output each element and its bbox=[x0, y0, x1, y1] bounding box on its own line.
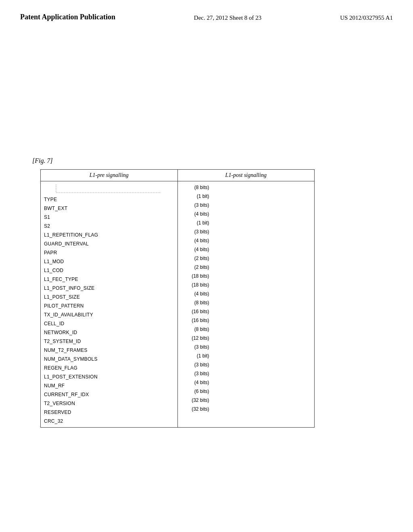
field-bits-label: (8 bits) bbox=[181, 185, 209, 190]
field-name-label: S1 bbox=[44, 214, 174, 220]
field-bits-label: (3 bits) bbox=[181, 344, 209, 350]
publication-title: Patent Application Publication bbox=[20, 12, 115, 22]
table-row-bits: (12 bits) bbox=[181, 334, 311, 343]
field-bits-label: (2 bits) bbox=[181, 264, 209, 270]
table-row: GUARD_INTERVAL bbox=[44, 239, 174, 248]
field-name-label: L1_POST_SIZE bbox=[44, 294, 174, 300]
table-row-bits: (8 bits) bbox=[181, 325, 311, 334]
field-bits-label: (12 bits) bbox=[181, 335, 209, 341]
column-header-row: L1-pre signalling L1-post signalling bbox=[41, 170, 314, 181]
table-row: TX_ID_AVAILABILITY bbox=[44, 310, 174, 319]
table-row-bits: (1 bit) bbox=[181, 218, 311, 227]
table-row-bits: (8 bits) bbox=[181, 183, 311, 192]
table-row-bits: (3 bits) bbox=[181, 343, 311, 351]
field-bits-label: (3 bits) bbox=[181, 362, 209, 368]
field-bits-label: (32 bits) bbox=[181, 397, 209, 403]
table-row: L1_COD bbox=[44, 266, 174, 275]
table-row: L1_POST_SIZE bbox=[44, 293, 174, 301]
field-name-label: T2_SYSTEM_ID bbox=[44, 339, 174, 344]
table-row-bits: (6 bits) bbox=[181, 387, 311, 396]
field-bits-label: (32 bits) bbox=[181, 406, 209, 412]
field-name-label: CURRENT_RF_IDX bbox=[44, 392, 174, 397]
table-row-bits: (3 bits) bbox=[181, 227, 311, 236]
table-row-bits: (32 bits) bbox=[181, 405, 311, 414]
field-bits-label: (18 bits) bbox=[181, 273, 209, 279]
field-bits-label: (4 bits) bbox=[181, 238, 209, 243]
field-name-label: PAPR bbox=[44, 250, 174, 256]
table-row-bits: (2 bits) bbox=[181, 263, 311, 272]
field-bits-label: (2 bits) bbox=[181, 256, 209, 261]
table-row-bits: (3 bits) bbox=[181, 360, 311, 369]
table-row: T2_VERSION bbox=[44, 399, 174, 408]
table-row-bits: (4 bits) bbox=[181, 245, 311, 254]
table-row-bits: (4 bits) bbox=[181, 236, 311, 245]
field-bits-label: (1 bit) bbox=[181, 353, 209, 359]
table-row-bits: (4 bits) bbox=[181, 378, 311, 387]
publication-date-sheet: Dec. 27, 2012 Sheet 8 of 23 bbox=[194, 12, 261, 22]
field-name-label: T2_VERSION bbox=[44, 401, 174, 406]
field-name-label: L1_FEC_TYPE bbox=[44, 276, 174, 282]
field-bits-label: (3 bits) bbox=[181, 371, 209, 376]
table-row: L1_POST_EXTENSION bbox=[44, 372, 174, 381]
table-row: L1_FEC_TYPE bbox=[44, 275, 174, 284]
table-row-bits: (4 bits) bbox=[181, 289, 311, 298]
field-name-label: REGEN_FLAG bbox=[44, 365, 174, 371]
table-row: NUM_T2_FRAMES bbox=[44, 346, 174, 355]
signalling-table: L1-pre signalling L1-post signalling TYP… bbox=[40, 169, 315, 428]
table-row-bits: (8 bits) bbox=[181, 298, 311, 307]
field-bits-label: (8 bits) bbox=[181, 300, 209, 305]
field-name-label: L1_REPETITION_FLAG bbox=[44, 232, 174, 238]
table-row: PILOT_PATTERN bbox=[44, 301, 174, 310]
field-name-label: GUARD_INTERVAL bbox=[44, 241, 174, 247]
field-bits-label: (6 bits) bbox=[181, 389, 209, 394]
table-row: NUM_RF bbox=[44, 381, 174, 390]
table-row-bits: (1 bit) bbox=[181, 192, 311, 201]
table-row-bits: (16 bits) bbox=[181, 307, 311, 316]
table-row: TYPE bbox=[44, 195, 174, 204]
field-name-label: S2 bbox=[44, 223, 174, 229]
field-name-label: CELL_ID bbox=[44, 321, 174, 326]
publication-number: US 2012/0327955 A1 bbox=[340, 12, 393, 22]
figure-label: [Fig. 7] bbox=[32, 157, 53, 164]
field-name-label: TX_ID_AVAILABILITY bbox=[44, 312, 174, 318]
col-header-pre: L1-pre signalling bbox=[41, 170, 178, 181]
field-bits-label: (3 bits) bbox=[181, 202, 209, 208]
field-name-label: NUM_T2_FRAMES bbox=[44, 347, 174, 353]
table-row: REGEN_FLAG bbox=[44, 364, 174, 372]
field-bits-label: (4 bits) bbox=[181, 247, 209, 252]
left-column: TYPEBWT_EXTS1S2L1_REPETITION_FLAGGUARD_I… bbox=[41, 181, 178, 427]
table-row: CRC_32 bbox=[44, 417, 174, 426]
table-row: S1 bbox=[44, 213, 174, 222]
field-name-label: PILOT_PATTERN bbox=[44, 303, 174, 309]
table-row: L1_POST_INFO_SIZE bbox=[44, 284, 174, 293]
table-row-bits: (4 bits) bbox=[181, 210, 311, 218]
field-bits-list: (8 bits)(1 bit)(3 bits)(4 bits)(1 bit)(3… bbox=[181, 183, 311, 414]
field-bits-label: (4 bits) bbox=[181, 291, 209, 297]
field-bits-label: (4 bits) bbox=[181, 380, 209, 385]
field-bits-label: (16 bits) bbox=[181, 309, 209, 314]
data-area: TYPEBWT_EXTS1S2L1_REPETITION_FLAGGUARD_I… bbox=[41, 181, 314, 427]
field-bits-label: (18 bits) bbox=[181, 282, 209, 288]
table-row: CURRENT_RF_IDX bbox=[44, 390, 174, 399]
field-bits-label: (16 bits) bbox=[181, 318, 209, 323]
table-row: RESERVED bbox=[44, 408, 174, 417]
field-bits-label: (4 bits) bbox=[181, 211, 209, 217]
right-column: (8 bits)(1 bit)(3 bits)(4 bits)(1 bit)(3… bbox=[178, 181, 315, 427]
field-bits-label: (1 bit) bbox=[181, 193, 209, 199]
field-name-label: L1_MOD bbox=[44, 259, 174, 264]
field-bits-label: (1 bit) bbox=[181, 220, 209, 226]
table-row: S2 bbox=[44, 222, 174, 231]
diagram-container: L1-pre signalling L1-post signalling TYP… bbox=[40, 169, 347, 428]
field-name-label: NUM_RF bbox=[44, 383, 174, 389]
field-bits-label: (8 bits) bbox=[181, 326, 209, 332]
col-header-post: L1-post signalling bbox=[178, 170, 315, 181]
field-bits-label: (3 bits) bbox=[181, 229, 209, 235]
field-name-label: L1_POST_EXTENSION bbox=[44, 374, 174, 380]
table-row: PAPR bbox=[44, 248, 174, 257]
table-row-bits: (16 bits) bbox=[181, 316, 311, 325]
table-row: L1_MOD bbox=[44, 257, 174, 266]
table-row-bits: (18 bits) bbox=[181, 272, 311, 281]
field-name-label: BWT_EXT bbox=[44, 206, 174, 211]
table-row-bits: (1 bit) bbox=[181, 351, 311, 360]
field-name-label: TYPE bbox=[44, 197, 174, 202]
